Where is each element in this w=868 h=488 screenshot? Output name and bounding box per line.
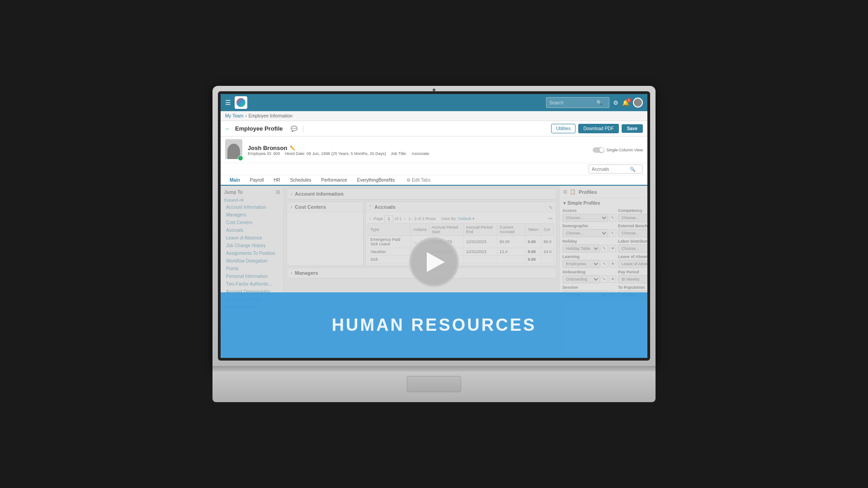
employee-name: Josh Bronson [248, 145, 287, 151]
employee-info-row: Josh Bronson ✏️ Employee ID: 900 Hired D… [221, 136, 647, 163]
edit-person-icon[interactable]: ✏️ [290, 145, 295, 150]
app-logo [235, 96, 247, 109]
breadcrumb-my-team[interactable]: My Team [225, 113, 243, 118]
laptop-base [212, 366, 656, 402]
search-icon: 🔍 [596, 100, 603, 106]
tab-schedules[interactable]: Schedules [286, 175, 316, 186]
hr-application: ☰ 🔍 ⚙ 🔔 1 [221, 94, 647, 358]
user-avatar[interactable] [633, 98, 643, 108]
single-col-label: Single-Column View [606, 148, 643, 152]
accruals-search-bar: 🔍 [221, 163, 647, 175]
trackpad[interactable] [407, 376, 461, 392]
employee-hired-date: Hired Date: 09 Jun, 1998 (25 Years, 5 Mo… [285, 151, 386, 156]
tab-edit-tabs[interactable]: ⚙ Edit Tabs [402, 175, 435, 186]
tab-hr[interactable]: HR [269, 175, 284, 186]
avatar-status-badge [238, 155, 243, 161]
webcam-dot [433, 89, 435, 91]
breadcrumb-separator: › [245, 113, 246, 118]
header-actions: Utilities Download PDF Save [551, 124, 643, 133]
breadcrumb-employee-info[interactable]: Employee Information [249, 113, 292, 118]
settings-icon[interactable]: ⚙ [613, 99, 618, 106]
toggle-knob [599, 148, 604, 152]
laptop-palm-rest [212, 371, 656, 396]
utilities-button[interactable]: Utilities [551, 124, 576, 133]
single-col-toggle[interactable]: Single-Column View [593, 147, 643, 153]
save-button[interactable]: Save [622, 124, 643, 133]
employee-job-title-label: Job Title: [391, 151, 407, 156]
screen-bezel: ☰ 🔍 ⚙ 🔔 1 [218, 91, 650, 361]
laptop-frame: ☰ 🔍 ⚙ 🔔 1 [212, 86, 656, 402]
laptop-screen: ☰ 🔍 ⚙ 🔔 1 [221, 94, 647, 358]
play-button[interactable] [409, 237, 459, 287]
page-title: Employee Profile [235, 125, 283, 132]
employee-id: Employee ID: 900 [248, 151, 280, 156]
hr-title: HUMAN RESOURCES [332, 315, 537, 335]
divider: | [302, 125, 304, 132]
back-arrow-icon[interactable]: ← [225, 126, 231, 132]
tab-everything-benefits[interactable]: EverythingBenefits [353, 175, 399, 186]
breadcrumb: My Team › Employee Information [221, 111, 647, 121]
notification-badge: 1 [627, 98, 631, 103]
accruals-search-wrap[interactable]: 🔍 [589, 164, 643, 174]
employee-meta: Employee ID: 900 Hired Date: 09 Jun, 199… [248, 151, 588, 156]
logo-circle [236, 98, 245, 107]
accruals-search-icon: 🔍 [630, 167, 635, 172]
profile-header: ← Employee Profile 💬 | Utilities Downloa… [221, 121, 647, 136]
main-content-area: Jump To ⊟ Expand All Account Information… [221, 186, 647, 358]
tab-bar: Main Payroll HR Schedules Performance Ev… [221, 175, 647, 186]
notifications-icon[interactable]: 🔔 1 [622, 99, 629, 106]
video-overlay: HUMAN RESOURCES [221, 186, 647, 358]
tab-payroll[interactable]: Payroll [245, 175, 269, 186]
employee-details: Josh Bronson ✏️ Employee ID: 900 Hired D… [248, 145, 588, 156]
play-triangle-icon [427, 252, 445, 272]
laptop-hinge [212, 366, 656, 371]
laptop-lid: ☰ 🔍 ⚙ 🔔 1 [212, 86, 656, 366]
tab-main[interactable]: Main [225, 175, 245, 186]
search-input[interactable] [549, 100, 594, 105]
toggle-switch[interactable] [593, 147, 604, 153]
hr-banner: HUMAN RESOURCES [221, 292, 647, 358]
search-box[interactable]: 🔍 [546, 97, 609, 108]
accruals-search-input[interactable] [592, 167, 628, 172]
employee-avatar-wrap [225, 139, 243, 161]
comment-icon[interactable]: 💬 [291, 126, 297, 132]
tab-performance[interactable]: Performance [317, 175, 352, 186]
employee-job-title: Associate [411, 151, 429, 156]
hamburger-menu-button[interactable]: ☰ [225, 99, 231, 106]
play-button-container [409, 237, 459, 287]
top-navbar: ☰ 🔍 ⚙ 🔔 1 [221, 94, 647, 111]
download-pdf-button[interactable]: Download PDF [578, 124, 618, 133]
